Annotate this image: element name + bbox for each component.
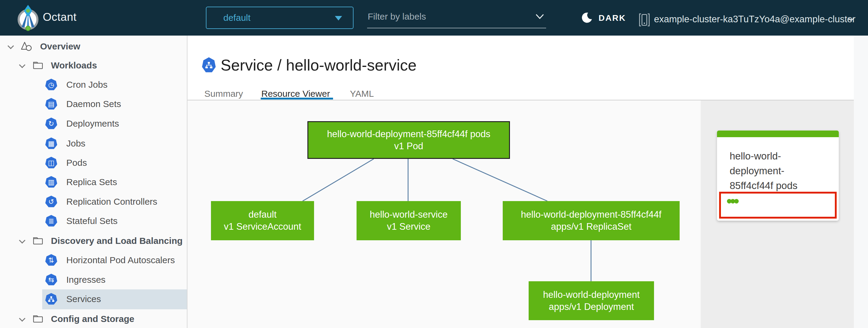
- sidebar-item-cron-jobs[interactable]: ◷ Cron Jobs: [0, 75, 187, 94]
- folder-icon: [32, 313, 44, 325]
- node-kind: apps/v1 ReplicaSet: [551, 221, 631, 233]
- sidebar-item-horizontal-pod-autoscalers[interactable]: ⇅ Horizontal Pod Autoscalers: [0, 250, 187, 270]
- node-name: default: [248, 209, 276, 221]
- active-tab-underline: [261, 98, 333, 99]
- overview-icon: [20, 40, 33, 53]
- pod-status-dots: [727, 199, 738, 204]
- node-name: hello-world-deployment: [543, 289, 640, 301]
- hpa-icon: ⇅: [45, 254, 57, 266]
- chevron-down-icon[interactable]: [535, 13, 544, 20]
- sidebar-item-deployments[interactable]: ↻ Deployments: [0, 114, 187, 133]
- cluster-icon: [638, 13, 650, 27]
- octant-app: Octant default Filter by labels DARK: [0, 0, 868, 328]
- graph-node-replicaset[interactable]: hello-world-deployment-85ff4cf44f apps/v…: [503, 201, 680, 240]
- dropdown-caret-icon: [335, 16, 342, 21]
- sidebar-item-label: Services: [66, 294, 101, 304]
- right-gutter: [854, 36, 868, 328]
- sidebar-item-label: Horizontal Pod Autoscalers: [66, 255, 175, 265]
- card-title: hello-world-deployment-85ff4cf44f pods: [730, 149, 826, 193]
- stateful-sets-icon: ≣: [45, 215, 57, 227]
- sidebar-item-replication-controllers[interactable]: ↺ Replication Controllers: [0, 192, 187, 211]
- tab-yaml[interactable]: YAML: [350, 89, 374, 99]
- jobs-icon: ▦: [45, 138, 57, 150]
- sidebar-item-config-and-storage[interactable]: Config and Storage: [0, 309, 187, 328]
- sidebar-item-stateful-sets[interactable]: ≣ Stateful Sets: [0, 211, 187, 231]
- chevron-down-icon[interactable]: [19, 61, 25, 68]
- namespace-dropdown[interactable]: default: [206, 7, 353, 29]
- sidebar-item-label: Discovery and Load Balancing: [51, 236, 183, 246]
- sidebar-item-label: Stateful Sets: [66, 216, 118, 226]
- tab-resource-viewer[interactable]: Resource Viewer: [261, 89, 330, 99]
- app-title: Octant: [43, 11, 76, 24]
- sidebar-item-label: Daemon Sets: [66, 99, 121, 109]
- node-kind: v1 Service: [387, 221, 431, 233]
- sidebar-item-label: Replication Controllers: [66, 197, 157, 207]
- node-kind: apps/v1 Deployment: [549, 301, 634, 313]
- sidebar-item-overview[interactable]: Overview: [0, 37, 187, 56]
- daemon-sets-icon: ▤: [45, 98, 57, 110]
- sidebar-item-discovery-and-load-balancing[interactable]: Discovery and Load Balancing: [0, 231, 187, 250]
- sidebar-item-daemon-sets[interactable]: ▤ Daemon Sets: [0, 94, 187, 114]
- cron-jobs-icon: ◷: [45, 79, 57, 91]
- graph-node-deployment[interactable]: hello-world-deployment apps/v1 Deploymen…: [529, 281, 654, 320]
- selected-resource-card: hello-world-deployment-85ff4cf44f pods: [717, 130, 839, 221]
- filter-by-labels-input[interactable]: Filter by labels: [367, 7, 546, 28]
- graph-node-service[interactable]: hello-world-service v1 Service: [356, 201, 461, 240]
- detail-panel: hello-world-deployment-85ff4cf44f pods: [701, 100, 854, 328]
- pod-ok-dot: [734, 199, 739, 204]
- node-name: hello-world-deployment-85ff4cf44f pods: [327, 128, 490, 140]
- filter-placeholder: Filter by labels: [368, 7, 426, 27]
- sidebar-item-services[interactable]: Services: [0, 290, 187, 309]
- chevron-down-icon[interactable]: [19, 237, 25, 243]
- node-name: hello-world-deployment-85ff4cf44f: [521, 209, 661, 221]
- moon-icon: [581, 12, 592, 24]
- sidebar-item-label: Deployments: [66, 118, 119, 129]
- cluster-selector-label: example-cluster-ka3TuTzYo4a@example-clus…: [654, 14, 855, 25]
- sidebar-item-pods[interactable]: ◫ Pods: [0, 153, 187, 173]
- sidebar-item-label: Overview: [40, 41, 80, 52]
- sidebar-item-label: Workloads: [51, 60, 97, 70]
- chevron-down-icon[interactable]: [19, 315, 25, 321]
- pod-status-box: [719, 192, 837, 218]
- folder-icon: [32, 235, 44, 247]
- graph-node-serviceaccount[interactable]: default v1 ServiceAccount: [211, 201, 314, 240]
- sidebar-item-workloads[interactable]: Workloads: [0, 56, 187, 75]
- namespace-dropdown-value: default: [223, 7, 250, 28]
- folder-icon: [32, 60, 44, 71]
- sidebar-nav: Overview Workloads ◷ Cron Jobs ▤ Daemon …: [0, 36, 187, 328]
- sidebar-item-ingresses[interactable]: ⇆ Ingresses: [0, 270, 187, 290]
- services-icon: [45, 293, 57, 305]
- sidebar-item-label: Config and Storage: [51, 314, 134, 324]
- node-kind: v1 Pod: [394, 140, 424, 152]
- sidebar-item-label: Cron Jobs: [66, 80, 107, 90]
- sidebar-item-label: Jobs: [66, 138, 85, 149]
- status-ok-bar: [717, 130, 839, 137]
- ingresses-icon: ⇆: [45, 274, 57, 286]
- tab-summary[interactable]: Summary: [204, 89, 243, 99]
- header-bar: Octant default Filter by labels DARK: [0, 0, 868, 36]
- page-title: Service / hello-world-service: [221, 56, 416, 74]
- node-kind: v1 ServiceAccount: [224, 221, 301, 233]
- octant-logo-icon: [16, 4, 40, 32]
- replication-controllers-icon: ↺: [45, 196, 57, 208]
- sidebar-item-jobs[interactable]: ▦ Jobs: [0, 134, 187, 153]
- graph-node-pod[interactable]: hello-world-deployment-85ff4cf44f pods v…: [307, 121, 510, 159]
- sidebar-item-label: Pods: [66, 158, 87, 168]
- service-kind-icon: [202, 57, 216, 73]
- theme-toggle-label: DARK: [598, 13, 626, 23]
- sidebar-item-replica-sets[interactable]: ▥ Replica Sets: [0, 173, 187, 192]
- sidebar-item-label: Replica Sets: [66, 177, 117, 187]
- chevron-down-icon[interactable]: [7, 42, 14, 49]
- node-name: hello-world-service: [370, 209, 447, 221]
- pods-icon: ◫: [45, 157, 57, 169]
- chevron-down-icon: [848, 18, 854, 22]
- sidebar-item-label: Ingresses: [66, 275, 105, 285]
- deployments-icon: ↻: [45, 118, 57, 130]
- replica-sets-icon: ▥: [45, 176, 57, 188]
